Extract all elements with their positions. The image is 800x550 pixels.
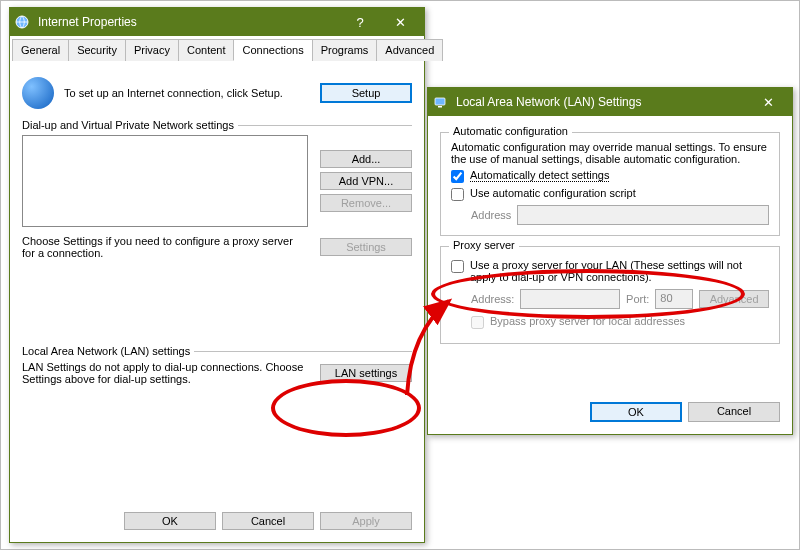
tab-privacy[interactable]: Privacy (125, 39, 179, 61)
proxy-address-input (520, 289, 620, 309)
ok-button[interactable]: OK (124, 512, 216, 530)
tab-general[interactable]: General (12, 39, 69, 61)
svg-rect-1 (435, 98, 445, 105)
tab-connections[interactable]: Connections (233, 39, 312, 61)
window-title: Internet Properties (34, 15, 340, 29)
internet-properties-dialog: Internet Properties ? ✕ General Security… (9, 7, 425, 543)
tabstrip: General Security Privacy Content Connect… (12, 38, 422, 61)
auto-legend: Automatic configuration (449, 125, 572, 137)
add-vpn-button[interactable]: Add VPN... (320, 172, 412, 190)
dialup-header: Dial-up and Virtual Private Network sett… (22, 119, 234, 131)
use-proxy-checkbox[interactable]: Use a proxy server for your LAN (These s… (451, 259, 769, 283)
lan-settings-button[interactable]: LAN settings (320, 364, 412, 382)
auto-note: Automatic configuration may override man… (451, 141, 769, 165)
auto-detect-checkbox[interactable]: Automatically detect settings (451, 169, 769, 183)
svg-rect-2 (438, 106, 442, 108)
bypass-input (471, 316, 484, 329)
settings-button: Settings (320, 238, 412, 256)
cancel-button[interactable]: Cancel (222, 512, 314, 530)
proxy-note: Choose Settings if you need to configure… (22, 235, 308, 259)
auto-script-checkbox[interactable]: Use automatic configuration script (451, 187, 769, 201)
add-button[interactable]: Add... (320, 150, 412, 168)
bypass-checkbox: Bypass proxy server for local addresses (471, 315, 769, 329)
auto-script-input[interactable] (451, 188, 464, 201)
use-proxy-input[interactable] (451, 260, 464, 273)
port-input: 80 (655, 289, 693, 309)
close-button[interactable]: ✕ (748, 88, 788, 116)
use-proxy-label: Use a proxy server for your LAN (These s… (470, 259, 769, 283)
tab-security[interactable]: Security (68, 39, 126, 61)
tab-advanced[interactable]: Advanced (376, 39, 443, 61)
setup-text: To set up an Internet connection, click … (64, 87, 308, 99)
bypass-label: Bypass proxy server for local addresses (490, 315, 685, 327)
tab-content[interactable]: Content (178, 39, 235, 61)
automatic-config-group: Automatic configuration Automatic config… (440, 132, 780, 236)
lan-note: LAN Settings do not apply to dial-up con… (22, 361, 308, 385)
help-button[interactable]: ? (340, 8, 380, 36)
titlebar: Internet Properties ? ✕ (10, 8, 424, 36)
auto-detect-input[interactable] (451, 170, 464, 183)
auto-script-label: Use automatic configuration script (470, 187, 636, 199)
ok-button[interactable]: OK (590, 402, 682, 422)
lan-header: Local Area Network (LAN) settings (22, 345, 190, 357)
port-label: Port: (626, 293, 649, 305)
window-title: Local Area Network (LAN) Settings (452, 95, 748, 109)
proxy-server-group: Proxy server Use a proxy server for your… (440, 246, 780, 344)
auto-detect-label: Automatically detect settings (470, 169, 609, 182)
proxy-legend: Proxy server (449, 239, 519, 251)
apply-button: Apply (320, 512, 412, 530)
address-label: Address (471, 209, 511, 221)
proxy-address-label: Address: (471, 293, 514, 305)
connections-listbox[interactable] (22, 135, 308, 227)
network-icon (432, 94, 448, 110)
cancel-button[interactable]: Cancel (688, 402, 780, 422)
titlebar: Local Area Network (LAN) Settings ✕ (428, 88, 792, 116)
setup-button[interactable]: Setup (320, 83, 412, 103)
advanced-button: Advanced (699, 290, 769, 308)
close-button[interactable]: ✕ (380, 8, 420, 36)
remove-button: Remove... (320, 194, 412, 212)
tab-programs[interactable]: Programs (312, 39, 378, 61)
globe-icon (22, 77, 54, 109)
lan-settings-dialog: Local Area Network (LAN) Settings ✕ Auto… (427, 87, 793, 435)
script-address-input (517, 205, 769, 225)
globe-icon (14, 14, 30, 30)
